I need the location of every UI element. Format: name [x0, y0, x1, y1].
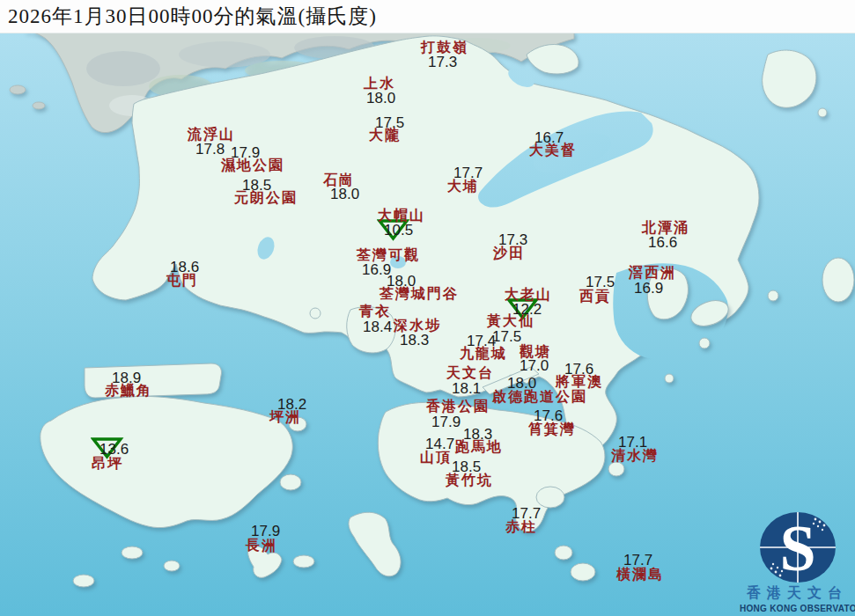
- station-label: 沙田: [493, 246, 525, 260]
- station-label: 流浮山: [188, 127, 235, 142]
- station-label: 西貢: [579, 289, 611, 304]
- station-label: 赤柱: [505, 519, 537, 534]
- station-label: 元朗公園: [234, 190, 298, 205]
- station-label: 大隴: [369, 128, 401, 143]
- station-value: 16.9: [634, 281, 663, 297]
- station-label: 山頂: [420, 450, 452, 465]
- station-label: 九龍城: [460, 346, 507, 361]
- station-value: 17.0: [520, 358, 549, 374]
- station-label: 深水埗: [394, 318, 441, 333]
- station-label: 屯門: [166, 273, 198, 288]
- station-layer: 17.3打鼓嶺18.0上水17.5大隴17.8流浮山17.9濕地公園18.5元朗…: [0, 0, 855, 616]
- station-value: 10.5: [384, 223, 413, 238]
- station-label: 天文台: [446, 365, 494, 380]
- station-label: 石崗: [323, 172, 355, 187]
- station-label: 大帽山: [378, 208, 425, 223]
- station-label: 大美督: [529, 143, 577, 158]
- station-label: 上水: [364, 76, 395, 91]
- station-value: 18.4: [363, 319, 392, 335]
- station-label: 坪洲: [269, 409, 301, 424]
- station-value: 17.3: [428, 55, 457, 70]
- hko-logo-mark-icon: S: [757, 510, 838, 584]
- station-value: 18.0: [330, 187, 359, 202]
- hko-logo-cn: 香港天文台: [740, 584, 855, 603]
- station-value: 16.6: [648, 235, 677, 251]
- station-label: 大老山: [505, 287, 552, 302]
- station-label: 筲箕灣: [528, 422, 576, 436]
- station-label: 北潭涌: [642, 220, 689, 235]
- hko-logo: S 香港天文台 HONG KONG OBSERVATORY: [740, 509, 855, 616]
- temperature-map: 17.3打鼓嶺18.0上水17.5大隴17.8流浮山17.9濕地公園18.5元朗…: [0, 0, 855, 616]
- station-label: 荃灣可觀: [357, 247, 420, 262]
- station-label: 跑馬地: [455, 439, 503, 454]
- station-label: 將軍澳: [556, 374, 603, 389]
- station-label: 橫瀾島: [616, 567, 664, 582]
- station-label: 清水灣: [611, 448, 659, 463]
- station-label: 昂坪: [92, 456, 123, 471]
- station-value: 18.1: [452, 381, 481, 397]
- station-label: 香港公園: [426, 399, 490, 414]
- station-label: 青衣: [359, 304, 391, 319]
- station-value: 18.0: [366, 91, 395, 106]
- station-value: 17.5: [492, 329, 521, 345]
- station-label: 黃大仙: [487, 313, 534, 328]
- station-label: 大埔: [447, 179, 479, 194]
- station-value: 17.8: [195, 142, 225, 158]
- hko-logo-en: HONG KONG OBSERVATORY: [740, 604, 855, 613]
- station-label: 黃竹坑: [446, 473, 493, 488]
- svg-text:S: S: [779, 512, 815, 584]
- title-bar: 2026年1月30日00時00分的氣溫(攝氏度): [0, 0, 855, 33]
- station-label: 打鼓嶺: [421, 40, 468, 55]
- station-value: 18.3: [400, 333, 429, 348]
- page-title: 2026年1月30日00時00分的氣溫(攝氏度): [8, 3, 377, 30]
- station-label: 濕地公園: [221, 158, 284, 172]
- station-label: 荃灣城門谷: [380, 286, 459, 301]
- station-label: 赤鱲角: [105, 383, 152, 398]
- station-label: 觀塘: [520, 344, 551, 359]
- station-label: 啟德跑道公園: [492, 389, 587, 404]
- station-value: 17.9: [431, 414, 461, 430]
- station-label: 滘西洲: [629, 265, 676, 280]
- station-label: 長洲: [246, 538, 277, 553]
